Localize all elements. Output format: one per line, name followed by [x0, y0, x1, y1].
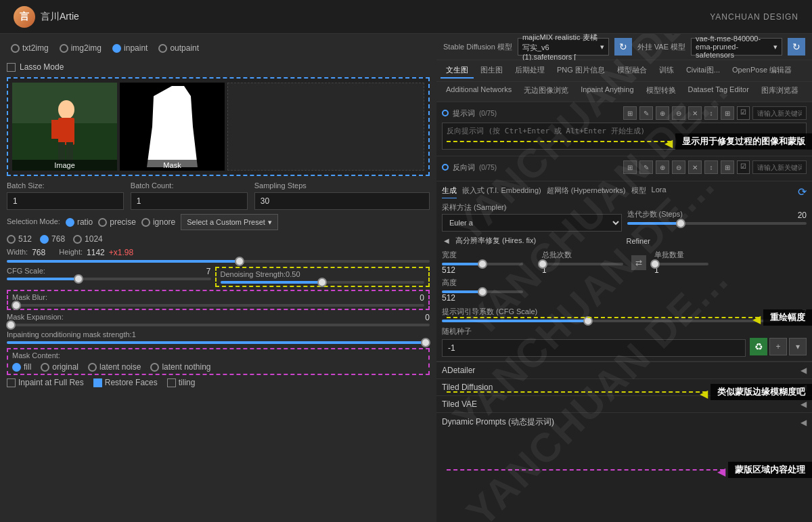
prompt-btn-7[interactable]: ⊞ — [721, 106, 734, 120]
mask-blur-slider[interactable] — [12, 304, 424, 307]
seed-recycle-btn[interactable]: ♻ — [750, 338, 767, 355]
gen-tab-hypernetworks[interactable]: 超网络 (Hypernetworks) — [547, 186, 626, 198]
rp-width-thumb[interactable] — [478, 259, 487, 269]
inpaint-cond-slider[interactable] — [7, 341, 430, 344]
gen-tab-model[interactable]: 模型 — [631, 186, 646, 198]
tab-houqi[interactable]: 后期处理 — [510, 63, 550, 79]
width-slider-track[interactable] — [7, 260, 430, 263]
tiling-check[interactable]: tiling — [167, 378, 196, 387]
neg-btn-4[interactable]: ⊖ — [672, 160, 685, 174]
radio-512[interactable] — [7, 235, 16, 244]
radio-1024[interactable] — [73, 235, 82, 244]
neg-btn-3[interactable]: ⊕ — [656, 160, 669, 174]
restore-faces-check[interactable]: Restore Faces — [93, 378, 158, 387]
prompt-btn-3[interactable]: ⊕ — [656, 106, 669, 120]
tab-openpose[interactable]: OpenPose 编辑器 — [727, 63, 797, 79]
denoising-slider-track[interactable] — [221, 281, 425, 284]
prompt-keyword-input[interactable] — [752, 106, 807, 120]
res-1024-item[interactable]: 1024 — [73, 234, 103, 244]
steps-slider[interactable] — [627, 222, 807, 225]
tab-wentu[interactable]: 文生图 — [441, 63, 474, 79]
seed-down-btn[interactable]: ▾ — [789, 338, 807, 355]
radio-sel-precise[interactable] — [98, 218, 107, 227]
prompt-textarea[interactable] — [442, 123, 807, 150]
neg-prompt-radio[interactable] — [442, 164, 449, 171]
radio-txt2img[interactable] — [11, 44, 20, 53]
fill-option[interactable]: fill — [12, 362, 31, 372]
dynamic-prompts-item[interactable]: Dynamic Prompts (动态提示词) ◀ — [436, 412, 812, 431]
sd-model-select[interactable]: majicMIX realistic 麦橘写实_v6 (1).safetenso… — [518, 38, 609, 56]
sel-precise[interactable]: precise — [98, 217, 136, 227]
mode-img2img[interactable]: img2img — [60, 43, 102, 53]
radio-latent-nothing[interactable] — [150, 363, 159, 372]
mode-txt2img[interactable]: txt2img — [11, 43, 49, 53]
restore-faces-checkbox[interactable] — [93, 378, 102, 387]
rp-cfg-thumb[interactable] — [583, 316, 593, 326]
steps-thumb[interactable] — [676, 219, 685, 228]
tab-model-merge[interactable]: 模型融合 — [612, 63, 652, 79]
tab-model-convert[interactable]: 模型转换 — [641, 83, 681, 99]
rp-height-slider[interactable] — [442, 290, 523, 293]
inpaint-full-checkbox[interactable] — [7, 378, 16, 387]
tab-tusheng[interactable]: 图生图 — [475, 63, 508, 79]
tiled-diffusion-item[interactable]: Tiled Diffusion ◀ — [436, 378, 812, 395]
original-option[interactable]: original — [41, 362, 78, 372]
rp-seed-input[interactable] — [442, 339, 746, 357]
tab-gallery[interactable]: 图库浏览器 — [756, 83, 804, 99]
prompt-radio[interactable] — [442, 110, 449, 116]
tiling-checkbox[interactable] — [167, 378, 176, 387]
radio-original[interactable] — [41, 363, 49, 372]
width-slider-thumb[interactable] — [235, 257, 244, 266]
lora-icon[interactable]: ⟳ — [798, 186, 807, 198]
tab-dataset-tag[interactable]: Dataset Tag Editor — [683, 83, 754, 99]
mask-blur-thumb[interactable] — [12, 301, 21, 310]
sampler-select[interactable]: Euler a — [442, 214, 622, 232]
vae-select[interactable]: vae-ft-mse-840000-ema-pruned-safetensors… — [691, 38, 782, 56]
swap-wh-button[interactable]: ⇄ — [631, 255, 646, 270]
rp-width-slider[interactable] — [442, 263, 523, 265]
mask-expansion-thumb[interactable] — [6, 320, 16, 330]
tab-civitai[interactable]: Civitai图... — [681, 63, 725, 79]
sampling-steps-input[interactable] — [254, 192, 430, 210]
prompt-btn-5[interactable]: ✕ — [688, 106, 702, 120]
rp-single-slider[interactable] — [654, 263, 708, 265]
radio-img2img[interactable] — [60, 44, 68, 53]
canvas-area[interactable]: Image Mask — [7, 77, 430, 176]
sel-ignore[interactable]: ignore — [141, 217, 175, 227]
cfg-slider-thumb[interactable] — [74, 274, 83, 284]
rp-single-thumb[interactable] — [650, 259, 660, 269]
prompt-btn-2[interactable]: ✎ — [639, 106, 653, 120]
seed-extra-btn[interactable]: + — [769, 338, 787, 355]
gen-tab-shengcheng[interactable]: 生成 — [442, 186, 457, 198]
tab-png[interactable]: PNG 图片信息 — [551, 63, 610, 79]
neg-keyword-input[interactable] — [752, 160, 807, 174]
radio-inpaint[interactable] — [112, 44, 121, 53]
batch-size-input[interactable] — [7, 192, 124, 210]
gen-tab-lora[interactable]: Lora — [652, 186, 667, 198]
rp-total-slider[interactable] — [542, 263, 623, 265]
mode-inpaint[interactable]: inpaint — [112, 43, 148, 53]
mask-expansion-slider[interactable] — [7, 324, 430, 326]
vae-refresh-button[interactable]: ↻ — [788, 38, 805, 56]
tab-additional-networks[interactable]: Additional Networks — [441, 83, 517, 99]
custom-preset-dropdown[interactable]: Select a Custom Preset ▾ — [181, 214, 278, 230]
prompt-btn-6[interactable]: ↕ — [704, 106, 718, 120]
tab-wubian[interactable]: 无边图像浏览 — [518, 83, 574, 99]
adetailer-item[interactable]: ADetailer ◀ — [436, 362, 812, 378]
inpaint-full-res-check[interactable]: Inpaint at Full Res — [7, 378, 84, 387]
cfg-slider-track[interactable] — [7, 278, 211, 280]
hires-arrow-btn[interactable]: ◀ — [442, 236, 451, 246]
rp-height-thumb[interactable] — [478, 287, 487, 297]
denoising-slider-thumb[interactable] — [317, 278, 327, 287]
prompt-btn-4[interactable]: ⊖ — [672, 106, 685, 120]
neg-btn-7[interactable]: ⊞ — [721, 160, 734, 174]
radio-sel-ignore[interactable] — [141, 218, 150, 227]
sel-ratio[interactable]: ratio — [66, 217, 93, 227]
radio-fill[interactable] — [12, 363, 21, 372]
radio-outpaint[interactable] — [158, 44, 167, 53]
lasso-checkbox[interactable] — [7, 63, 16, 72]
prompt-btn-1[interactable]: ⊞ — [623, 106, 637, 120]
radio-latent-noise[interactable] — [88, 363, 97, 372]
batch-count-input[interactable] — [131, 192, 248, 210]
latent-noise-option[interactable]: latent noise — [88, 362, 141, 372]
